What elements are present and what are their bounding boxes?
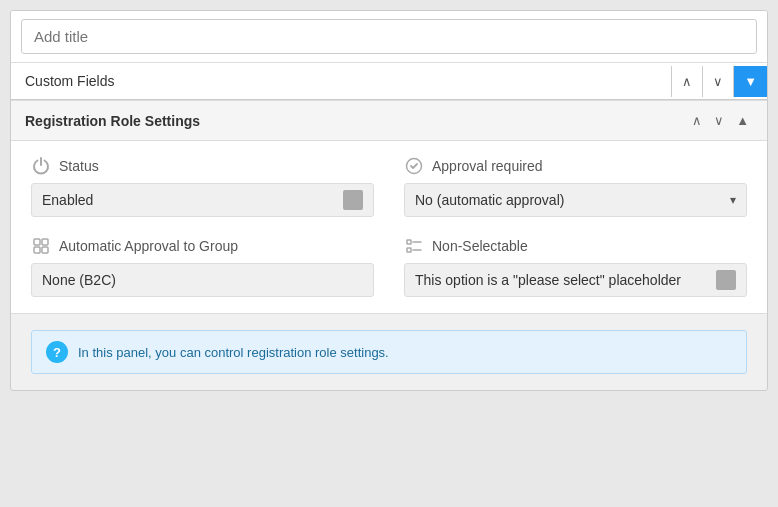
auto-approval-group-value: None (B2C): [42, 272, 363, 288]
approval-required-label: Approval required: [404, 157, 747, 175]
status-value: Enabled: [42, 192, 343, 208]
svg-rect-7: [407, 248, 411, 252]
status-toggle[interactable]: [343, 190, 363, 210]
custom-fields-row: Custom Fields ∧ ∨ ▼: [11, 63, 767, 100]
section-down-button[interactable]: ∨: [710, 111, 728, 130]
non-selectable-field-group: Non-Selectable This option is a "please …: [404, 237, 747, 297]
non-selectable-value: This option is a "please select" placeho…: [415, 272, 716, 288]
svg-rect-4: [42, 247, 48, 253]
custom-fields-up-button[interactable]: ∧: [672, 66, 702, 97]
custom-fields-down-button[interactable]: ∨: [702, 66, 733, 97]
section-header-buttons: ∧ ∨ ▲: [688, 111, 753, 130]
section-header: Registration Role Settings ∧ ∨ ▲: [11, 100, 767, 141]
section-collapse-button[interactable]: ▲: [732, 111, 753, 130]
status-field-group: Status Enabled: [31, 157, 374, 217]
auto-approval-group-field-group: Automatic Approval to Group None (B2C): [31, 237, 374, 297]
status-control: Enabled: [31, 183, 374, 217]
non-selectable-toggle[interactable]: [716, 270, 736, 290]
info-text: In this panel, you can control registrat…: [78, 345, 389, 360]
title-input[interactable]: [21, 19, 757, 54]
title-row: [11, 11, 767, 63]
info-icon: ?: [46, 341, 68, 363]
auto-approval-group-label: Automatic Approval to Group: [31, 237, 374, 255]
custom-fields-dropdown-button[interactable]: ▼: [733, 66, 767, 97]
custom-fields-label: Custom Fields: [11, 63, 671, 99]
status-label-text: Status: [59, 158, 99, 174]
approval-required-field-group: Approval required No (automatic approval…: [404, 157, 747, 217]
approval-required-label-text: Approval required: [432, 158, 543, 174]
svg-rect-1: [34, 239, 40, 245]
custom-fields-buttons: ∧ ∨ ▼: [671, 66, 767, 97]
approval-required-value: No (automatic approval): [415, 192, 730, 208]
fields-grid: Status Enabled Approval required: [31, 157, 747, 297]
section-up-button[interactable]: ∧: [688, 111, 706, 130]
non-selectable-control: This option is a "please select" placeho…: [404, 263, 747, 297]
list-icon: [404, 237, 424, 255]
auto-approval-group-control: None (B2C): [31, 263, 374, 297]
grid-icon: [31, 237, 51, 255]
approval-required-arrow-icon: ▾: [730, 193, 736, 207]
non-selectable-label-text: Non-Selectable: [432, 238, 528, 254]
non-selectable-label: Non-Selectable: [404, 237, 747, 255]
svg-rect-3: [34, 247, 40, 253]
status-label: Status: [31, 157, 374, 175]
section-title: Registration Role Settings: [25, 113, 688, 129]
check-badge-icon: [404, 157, 424, 175]
power-icon: [31, 157, 51, 175]
svg-rect-2: [42, 239, 48, 245]
approval-required-select[interactable]: No (automatic approval) ▾: [404, 183, 747, 217]
main-container: Custom Fields ∧ ∨ ▼ Registration Role Se…: [10, 10, 768, 391]
svg-rect-5: [407, 240, 411, 244]
info-bar: ? In this panel, you can control registr…: [31, 330, 747, 374]
section-content: Status Enabled Approval required: [11, 141, 767, 314]
auto-approval-group-label-text: Automatic Approval to Group: [59, 238, 238, 254]
